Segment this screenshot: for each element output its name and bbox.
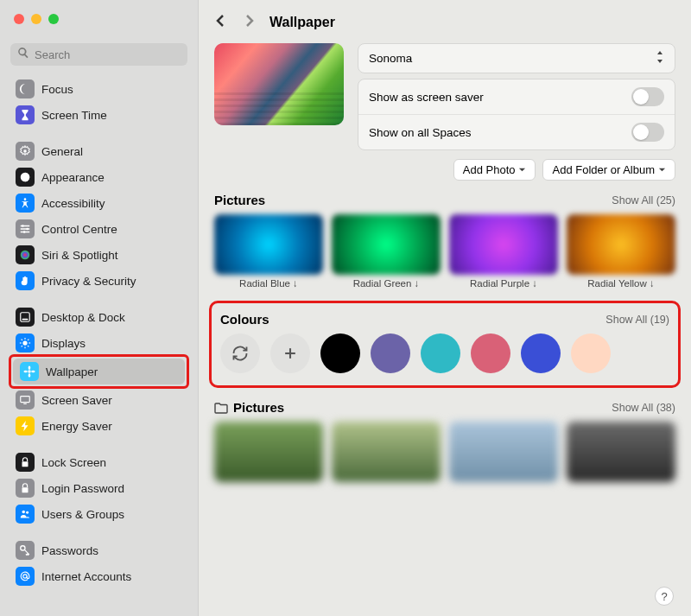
svg-line-16 (22, 346, 22, 346)
appearance-icon (16, 168, 35, 187)
sidebar-item-privacy-security[interactable]: Privacy & Security (9, 268, 189, 294)
fullscreen-window-button[interactable] (48, 14, 59, 24)
gear-icon (16, 142, 35, 161)
sidebar-item-accessibility[interactable]: Accessibility (9, 190, 189, 216)
svg-line-17 (28, 340, 29, 340)
search-input[interactable] (35, 48, 181, 61)
section-title-text: Pictures (233, 400, 284, 415)
folder-icon (214, 402, 228, 414)
svg-line-15 (28, 346, 29, 346)
sidebar-item-screen-time[interactable]: Screen Time (9, 102, 189, 128)
svg-line-14 (22, 340, 22, 340)
svg-point-2 (24, 198, 27, 200)
sidebar-item-label: Energy Saver (41, 420, 112, 433)
colour-swatch[interactable] (521, 333, 561, 373)
sidebar-item-siri-spotlight[interactable]: Siri & Spotlight (9, 242, 189, 268)
action-row: Add Photo Add Folder or Album (214, 159, 675, 181)
svg-point-22 (31, 371, 35, 373)
wallpaper-card[interactable]: Radial Blue ↓ (214, 214, 323, 289)
sidebar: FocusScreen TimeGeneralAppearanceAccessi… (0, 0, 199, 616)
wallpaper-preview[interactable] (214, 43, 344, 125)
sidebar-item-login-password[interactable]: Login Password (9, 475, 189, 501)
forward-button[interactable] (242, 14, 259, 31)
sidebar-item-appearance[interactable]: Appearance (9, 164, 189, 190)
sidebar-item-passwords[interactable]: Passwords (9, 537, 189, 563)
sidebar-item-displays[interactable]: Displays (9, 330, 189, 356)
sidebar-item-label: Control Centre (41, 223, 117, 236)
wallpaper-thumb (449, 214, 558, 275)
wallpaper-card[interactable]: Radial Green ↓ (332, 214, 441, 289)
sidebar-item-label: Wallpaper (46, 365, 98, 378)
show-all-link[interactable]: Show All (25) (612, 194, 675, 206)
photo-thumb[interactable] (332, 422, 441, 482)
wallpaper-thumb (567, 214, 675, 275)
section-title: Pictures (214, 400, 284, 415)
close-window-button[interactable] (14, 14, 24, 24)
colours-section: Colours Show All (19) (209, 301, 681, 388)
sidebar-item-focus[interactable]: Focus (9, 76, 189, 102)
svg-point-28 (26, 511, 29, 514)
sidebar-item-lock-screen[interactable]: Lock Screen (9, 449, 189, 475)
minimize-window-button[interactable] (31, 14, 41, 24)
search-field[interactable] (10, 43, 187, 66)
screen-saver-toggle[interactable] (631, 87, 664, 106)
colour-swatch[interactable] (421, 333, 460, 373)
all-spaces-toggle[interactable] (631, 123, 664, 142)
wallpaper-label: Radial Yellow ↓ (587, 278, 654, 289)
sidebar-item-label: Users & Groups (41, 508, 124, 521)
wallpaper-label: Radial Blue ↓ (239, 278, 298, 289)
colour-swatch[interactable] (371, 333, 410, 373)
svg-rect-7 (21, 313, 30, 322)
sidebar-item-wallpaper[interactable]: Wallpaper (13, 359, 185, 384)
add-folder-button[interactable]: Add Folder or Album (542, 159, 675, 181)
button-label: Add Folder or Album (552, 163, 655, 176)
sidebar-item-label: Accessibility (41, 197, 105, 210)
colour-swatch[interactable] (320, 333, 360, 373)
sidebar-item-control-centre[interactable]: Control Centre (9, 216, 189, 242)
help-button[interactable]: ? (655, 587, 674, 606)
toggle-label: Show on all Spaces (369, 126, 472, 139)
sidebar-item-energy-saver[interactable]: Energy Saver (9, 413, 189, 439)
svg-point-4 (26, 228, 29, 231)
sidebar-item-screen-saver[interactable]: Screen Saver (9, 387, 189, 413)
dock-icon (16, 308, 35, 327)
add-photo-button[interactable]: Add Photo (453, 159, 536, 181)
sidebar-item-label: Appearance (41, 171, 105, 184)
show-all-link[interactable]: Show All (38) (612, 402, 675, 414)
sidebar-item-label: Displays (41, 337, 86, 350)
section-title: Pictures (214, 193, 265, 207)
svg-point-5 (23, 231, 26, 233)
back-button[interactable] (214, 14, 231, 31)
wallpaper-card[interactable]: Radial Purple ↓ (449, 214, 558, 289)
svg-point-30 (23, 575, 27, 578)
pictures-section: Pictures Show All (25) Radial Blue ↓ Rad… (214, 193, 675, 289)
svg-point-19 (29, 365, 31, 369)
sidebar-item-label: Passwords (41, 544, 98, 557)
wallpaper-thumb (332, 214, 441, 275)
photo-thumb[interactable] (214, 422, 323, 482)
colour-swatch[interactable] (471, 333, 510, 373)
sidebar-item-internet-accounts[interactable]: Internet Accounts (9, 563, 189, 589)
sidebar-item-users-groups[interactable]: Users & Groups (9, 501, 189, 527)
wallpaper-name-dropdown[interactable]: Sonoma (358, 43, 675, 73)
sidebar-item-label: Desktop & Dock (41, 311, 125, 324)
sidebar-item-label: Login Password (41, 482, 124, 495)
flower-icon (20, 362, 39, 381)
at-icon (16, 567, 35, 586)
plus-icon (282, 345, 299, 362)
auto-colour-button[interactable] (220, 333, 260, 373)
wallpaper-card[interactable]: Radial Yellow ↓ (567, 214, 675, 289)
svg-point-0 (23, 149, 27, 153)
toggle-group: Show as screen saver Show on all Spaces (358, 79, 675, 150)
sidebar-nav: FocusScreen TimeGeneralAppearanceAccessi… (0, 73, 198, 616)
colour-swatch[interactable] (571, 333, 611, 373)
add-colour-button[interactable] (270, 333, 310, 373)
page-title: Wallpaper (269, 15, 335, 30)
sidebar-item-label: General (41, 145, 83, 158)
sidebar-item-general[interactable]: General (9, 138, 189, 164)
sidebar-item-desktop-dock[interactable]: Desktop & Dock (9, 304, 189, 330)
svg-point-6 (21, 251, 30, 260)
photo-thumb[interactable] (567, 422, 675, 482)
show-all-link[interactable]: Show All (19) (605, 314, 669, 326)
photo-thumb[interactable] (449, 422, 558, 482)
